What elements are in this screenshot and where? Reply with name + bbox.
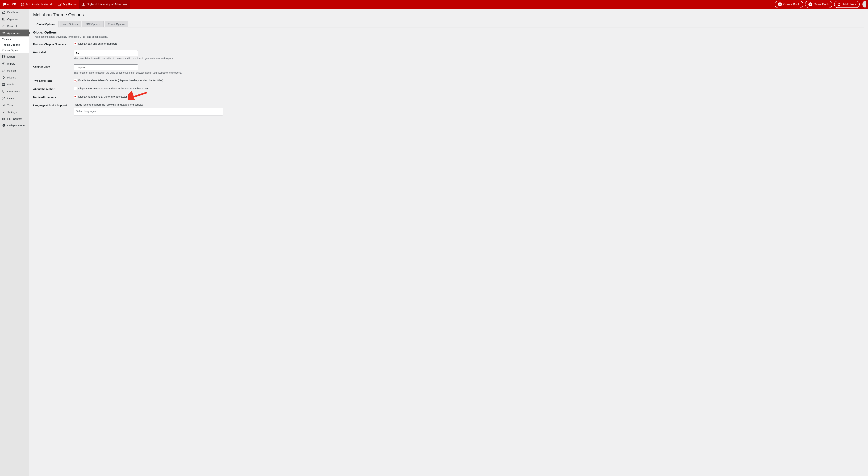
camera-icon: [2, 83, 5, 86]
sidebar-item-dashboard[interactable]: Dashboard: [0, 9, 29, 15]
svg-point-2: [838, 3, 840, 4]
sidebar-label: Publish: [7, 69, 16, 72]
check-icon: [74, 95, 76, 98]
sidebar-item-h5p[interactable]: H-P H5P Content: [0, 116, 29, 122]
gear-icon: [2, 110, 5, 114]
main-content: McLuhan Theme Options Global Options Web…: [29, 9, 868, 476]
avatar[interactable]: [863, 1, 866, 7]
tab-global-options[interactable]: Global Options: [33, 21, 59, 27]
label-two-level-toc: Two-Level TOC: [33, 78, 74, 82]
nav-label: Administer Network: [26, 3, 53, 6]
add-user-icon: [838, 3, 841, 6]
check-icon: [74, 79, 76, 82]
label-part-chapter-numbers: Part and Chapter Numbers: [33, 42, 74, 46]
checkbox-label: Enable two-level table of contents (disp…: [78, 79, 163, 82]
sidebar-label: Media: [7, 83, 14, 86]
svg-rect-5: [2, 84, 5, 86]
import-icon: [2, 62, 5, 65]
sidebar-label: Plugins: [7, 76, 16, 79]
sidebar-item-media[interactable]: Media: [0, 81, 29, 88]
sidebar-label: Settings: [7, 111, 17, 114]
input-part-label[interactable]: [74, 50, 138, 56]
clone-book-button[interactable]: + Clone Book: [805, 1, 832, 8]
nav-my-books[interactable]: My Books: [55, 0, 79, 9]
input-chapter-label[interactable]: [74, 64, 138, 70]
sidebar-item-collapse[interactable]: Collapse menu: [0, 122, 29, 129]
building-icon: [21, 2, 24, 6]
sidebar-label: Export: [7, 55, 15, 58]
button-label: Add Users: [842, 3, 856, 6]
checkbox-about-author[interactable]: [74, 87, 77, 90]
collapse-icon: [2, 124, 5, 127]
h5p-icon: H-P: [2, 118, 5, 120]
sidebar-item-book-info[interactable]: Book Info: [0, 23, 29, 30]
sidebar-item-users[interactable]: Users: [0, 95, 29, 102]
sidebar-label: H5P Content: [7, 117, 22, 120]
sidebar-item-export[interactable]: Export: [0, 53, 29, 60]
check-icon: [74, 42, 76, 45]
notifications-button[interactable]: o: [2, 3, 10, 6]
sidebar-label: Import: [7, 62, 15, 65]
sidebar-label: Book Info: [7, 25, 18, 28]
svg-point-10: [3, 112, 4, 113]
edit-icon: [2, 24, 5, 28]
checkbox-media-attributions[interactable]: [74, 95, 77, 98]
svg-point-11: [3, 124, 5, 127]
pb-logo[interactable]: PB: [10, 3, 18, 6]
tab-pdf-options[interactable]: PDF Options: [82, 21, 104, 27]
submenu-themes[interactable]: Themes: [0, 36, 29, 42]
checkbox-part-chapter-numbers[interactable]: [74, 42, 77, 45]
sidebar-item-publish[interactable]: Publish: [0, 67, 29, 74]
add-users-button[interactable]: Add Users: [834, 1, 860, 8]
help-part-label: The "part" label is used in the table of…: [74, 57, 864, 60]
checkbox-label: Display attributions at the end of a cha…: [78, 95, 127, 98]
button-label: Clone Book: [814, 3, 829, 6]
submenu-custom-styles[interactable]: Custom Styles: [0, 47, 29, 53]
sidebar-item-tools[interactable]: Tools: [0, 102, 29, 109]
button-label: Create Book: [783, 3, 800, 6]
label-part-label: Part Label: [33, 50, 74, 54]
sidebar-item-organize[interactable]: Organize: [0, 15, 29, 23]
checkbox-two-level-toc[interactable]: [74, 78, 77, 82]
books-icon: [58, 2, 61, 6]
tab-web-options[interactable]: Web Options: [60, 21, 81, 27]
nav-current-book[interactable]: Style - University of Arkansas: [79, 0, 130, 9]
tabs: Global Options Web Options PDF Options E…: [33, 21, 864, 27]
submenu-theme-options[interactable]: Theme Options: [0, 42, 29, 47]
bolt-icon: [2, 76, 5, 79]
sparkle-icon: [2, 31, 5, 35]
export-icon: [2, 55, 5, 58]
svg-point-6: [3, 84, 4, 85]
sidebar-label: Appearance: [7, 32, 21, 35]
sidebar-label: Tools: [7, 104, 13, 107]
section-title: Global Options: [33, 31, 864, 34]
nav-administer-network[interactable]: Administer Network: [18, 0, 55, 9]
sidebar-item-import[interactable]: Import: [0, 60, 29, 67]
comments-icon: [2, 90, 5, 93]
checkbox-label: Display information about authors at the…: [78, 87, 148, 90]
svg-rect-0: [58, 3, 59, 6]
link-icon: [2, 69, 5, 72]
svg-rect-1: [59, 3, 60, 6]
notifications-count: o: [7, 3, 8, 6]
sidebar-item-plugins[interactable]: Plugins: [0, 74, 29, 81]
tab-ebook-options[interactable]: Ebook Options: [105, 21, 128, 27]
label-language-support: Language & Script Support: [33, 103, 74, 107]
svg-rect-7: [2, 90, 5, 92]
book-open-icon: [82, 2, 85, 6]
topbar: o PB Administer Network My Books Style -…: [0, 0, 868, 9]
sidebar-label: Collapse menu: [7, 124, 25, 127]
sidebar-item-appearance[interactable]: Appearance: [0, 30, 29, 36]
label-about-author: About the Author: [33, 87, 74, 90]
sidebar-label: Dashboard: [7, 11, 20, 14]
select-languages[interactable]: Select languages...: [74, 108, 223, 116]
sidebar-label: Organize: [7, 18, 18, 21]
label-media-attributions: Media Attributions: [33, 95, 74, 99]
sidebar-submenu: Themes Theme Options Custom Styles: [0, 36, 29, 53]
sidebar-label: Comments: [7, 90, 20, 93]
create-book-button[interactable]: + Create Book: [775, 1, 803, 8]
sidebar-item-settings[interactable]: Settings: [0, 109, 29, 116]
sidebar-item-comments[interactable]: Comments: [0, 88, 29, 95]
nav-label: My Books: [63, 3, 76, 6]
home-icon: [2, 10, 5, 14]
